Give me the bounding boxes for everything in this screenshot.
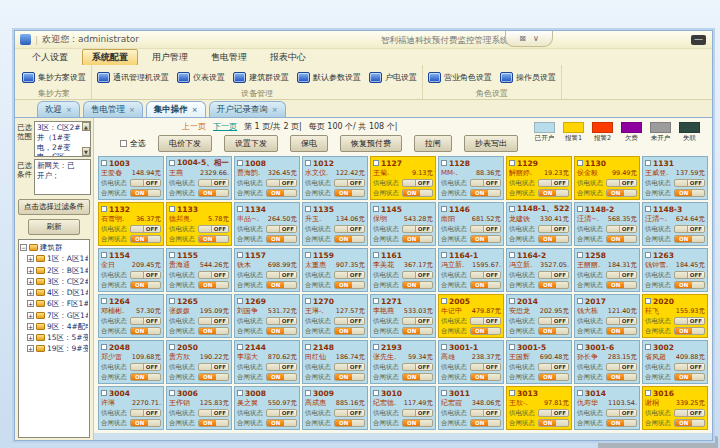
room-card[interactable]: 1128 MM-. 88.36元 供电状态 OFF 合闸状态 ON [438, 156, 504, 200]
expand-icon[interactable]: + [27, 255, 34, 262]
supply-toggle[interactable]: OFF [198, 317, 229, 325]
expand-icon[interactable]: + [27, 312, 34, 319]
tree-root[interactable]: − 建筑群 [20, 242, 88, 253]
tab-close-icon[interactable]: × [66, 106, 72, 114]
room-checkbox[interactable] [169, 160, 175, 166]
room-card[interactable]: 1148-1、522 龙建铁 330.41元 供电状态 OFF 合闸状态 ON [506, 202, 572, 246]
breaker-toggle[interactable]: ON [266, 373, 297, 381]
breaker-toggle[interactable]: ON [606, 281, 637, 289]
supply-toggle[interactable]: OFF [266, 225, 297, 233]
room-checkbox[interactable] [169, 390, 175, 396]
breaker-toggle[interactable]: ON [334, 327, 365, 335]
breaker-toggle[interactable]: ON [402, 235, 433, 243]
supply-toggle[interactable]: OFF [606, 179, 637, 187]
room-card[interactable]: 2020 桂飞 155.93元 供电状态 OFF 合闸状态 ON [642, 294, 708, 338]
ribbon-button[interactable]: 操作员设置 [500, 72, 556, 83]
breaker-toggle[interactable]: ON [538, 281, 569, 289]
room-checkbox[interactable] [373, 252, 379, 258]
breaker-toggle[interactable]: ON [198, 419, 229, 427]
breaker-toggle[interactable]: ON [402, 281, 433, 289]
room-card[interactable]: 1148-2 汪清~. 568.35元 供电状态 OFF 合闸状态 ON [574, 202, 640, 246]
room-card[interactable]: 1157 铁木 698.99元 供电状态 OFF 合闸状态 ON [234, 248, 300, 292]
supply-toggle[interactable]: OFF [606, 317, 637, 325]
chevron-down-icon[interactable]: ∨ [533, 34, 539, 43]
room-checkbox[interactable] [237, 298, 243, 304]
room-checkbox[interactable] [577, 252, 583, 258]
choose-filter-button[interactable]: 点击选择过滤条件 [18, 199, 90, 215]
supply-toggle[interactable]: OFF [538, 317, 569, 325]
supply-toggle[interactable]: OFF [130, 409, 161, 417]
room-card[interactable]: 1154 金日 209.45元 供电状态 OFF 合闸状态 ON [98, 248, 164, 292]
room-checkbox[interactable] [101, 206, 107, 212]
room-card[interactable]: 3004 许琳 2270.71. 供电状态 OFF 合闸状态 ON [98, 386, 164, 430]
breaker-toggle[interactable]: ON [266, 327, 297, 335]
room-checkbox[interactable] [305, 390, 311, 396]
expand-icon[interactable]: + [27, 300, 34, 307]
room-checkbox[interactable] [169, 298, 175, 304]
breaker-toggle[interactable]: ON [470, 419, 501, 427]
ribbon-button[interactable]: 户电设置 [369, 72, 417, 83]
room-checkbox[interactable] [645, 344, 651, 350]
breaker-toggle[interactable]: ON [606, 419, 637, 427]
breaker-toggle[interactable]: ON [130, 235, 161, 243]
supply-toggle[interactable]: OFF [334, 225, 365, 233]
supply-toggle[interactable]: OFF [266, 271, 297, 279]
room-card[interactable]: 2144 李瑞大 870.62元 供电状态 OFF 合闸状态 ON [234, 340, 300, 384]
select-all-checkbox[interactable] [120, 140, 127, 147]
supply-toggle[interactable]: OFF [334, 271, 365, 279]
breaker-toggle[interactable]: ON [334, 281, 365, 289]
scroll-up-icon[interactable]: ▲ [82, 122, 90, 131]
menu-item-报表中心[interactable]: 报表中心 [261, 50, 315, 65]
room-card[interactable]: 2017 钱大栋 121.40元 供电状态 OFF 合闸状态 ON [574, 294, 640, 338]
room-card[interactable]: 1133 德邦奥. 5.78元 供电状态 OFF 合闸状态 ON [166, 202, 232, 246]
supply-toggle[interactable]: OFF [674, 363, 705, 371]
tree-item[interactable]: + 19区：9#变电站（ [20, 343, 88, 354]
tab-集中操作[interactable]: 集中操作× [146, 101, 206, 117]
supply-toggle[interactable]: OFF [198, 409, 229, 417]
room-checkbox[interactable] [169, 344, 175, 350]
room-checkbox[interactable] [441, 160, 447, 166]
tab-close-icon[interactable]: × [192, 106, 198, 114]
room-checkbox[interactable] [509, 206, 515, 212]
room-card[interactable]: 3016 谢桐 339.25元 供电状态 OFF 合闸状态 ON [642, 386, 708, 430]
supply-toggle[interactable]: OFF [266, 363, 297, 371]
breaker-toggle[interactable]: ON [130, 419, 161, 427]
tab-欢迎[interactable]: 欢迎× [37, 101, 80, 117]
supply-toggle[interactable]: OFF [130, 363, 161, 371]
supply-toggle[interactable]: OFF [266, 179, 297, 187]
breaker-toggle[interactable]: ON [334, 235, 365, 243]
room-checkbox[interactable] [645, 390, 651, 396]
supply-toggle[interactable]: OFF [470, 363, 501, 371]
supply-toggle[interactable]: OFF [470, 225, 501, 233]
selected-condition-box[interactable]: 新网关：已开户； [34, 159, 91, 195]
supply-toggle[interactable]: OFF [402, 363, 433, 371]
supply-toggle[interactable]: OFF [674, 409, 705, 417]
room-card[interactable]: 1155 贵海通 544.26元 供电状态 OFF 合闸状态 ON [166, 248, 232, 292]
room-card[interactable]: 1004-5、相一 王燕 2329.66. 供电状态 OFF 合闸状态 ON [166, 156, 232, 200]
breaker-toggle[interactable]: ON [674, 235, 705, 243]
supply-toggle[interactable]: OFF [130, 271, 161, 279]
room-checkbox[interactable] [645, 206, 651, 212]
grid-view-icon[interactable]: ⊠ [519, 34, 526, 43]
toolbar-button-设置下发[interactable]: 设置下发 [224, 135, 278, 152]
breaker-toggle[interactable]: ON [470, 327, 501, 335]
tab-close-icon[interactable]: × [129, 106, 135, 114]
room-checkbox[interactable] [373, 160, 379, 166]
supply-toggle[interactable]: OFF [674, 271, 705, 279]
room-checkbox[interactable] [305, 206, 311, 212]
supply-toggle[interactable]: OFF [334, 179, 365, 187]
breaker-toggle[interactable]: ON [266, 419, 297, 427]
breaker-toggle[interactable]: ON [606, 235, 637, 243]
room-checkbox[interactable] [169, 252, 175, 258]
room-checkbox[interactable] [509, 390, 515, 396]
expand-icon[interactable]: + [27, 323, 34, 330]
breaker-toggle[interactable]: ON [334, 419, 365, 427]
tab-close-icon[interactable]: × [272, 106, 278, 114]
room-checkbox[interactable] [101, 160, 107, 166]
breaker-toggle[interactable]: ON [606, 189, 637, 197]
toolbar-button-拉闸[interactable]: 拉闸 [414, 135, 452, 152]
room-checkbox[interactable] [577, 206, 583, 212]
room-card[interactable]: 1129 解丽婷. 19.23元 供电状态 OFF 合闸状态 ON [506, 156, 572, 200]
room-card[interactable]: 2193 张先生. 59.34元 供电状态 OFF 合闸状态 ON [370, 340, 436, 384]
supply-toggle[interactable]: OFF [198, 179, 229, 187]
